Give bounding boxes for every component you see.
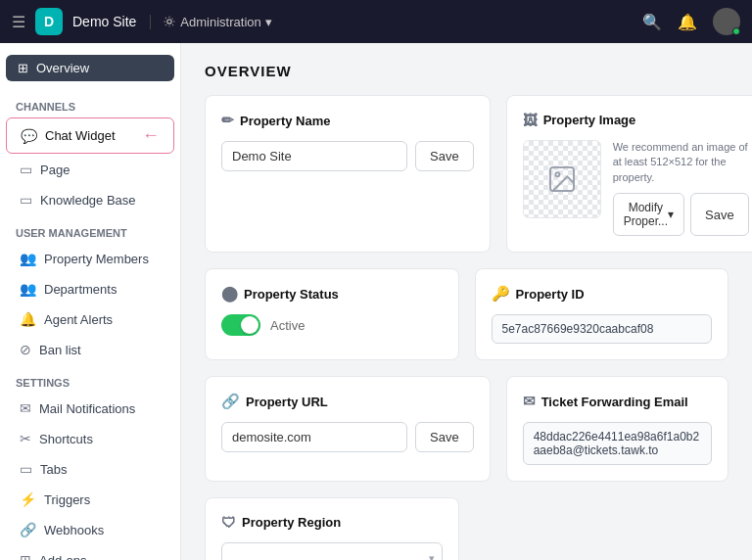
property-name-input[interactable] bbox=[221, 141, 407, 171]
shortcuts-icon: ✂ bbox=[20, 431, 31, 446]
search-icon[interactable]: 🔍 bbox=[642, 13, 662, 31]
property-image-save-button[interactable]: Save bbox=[690, 193, 749, 236]
property-image-card: 🖼 Property Image We recommend an image o… bbox=[506, 95, 752, 253]
sidebar-item-chat-widget[interactable]: 💬 Chat Widget ← bbox=[6, 117, 174, 154]
sidebar: ⊞ Overview Channels 💬 Chat Widget ← ▭ Pa… bbox=[0, 43, 181, 560]
property-url-save-button[interactable]: Save bbox=[415, 422, 474, 452]
sidebar-item-overview[interactable]: ⊞ Overview bbox=[6, 55, 174, 81]
sidebar-item-knowledge-base-label: Knowledge Base bbox=[40, 193, 136, 208]
svg-point-2 bbox=[555, 172, 559, 176]
property-region-card: 🛡 Property Region ▾ bbox=[205, 497, 459, 560]
main-content: OVERVIEW ✏ Property Name Save 🖼 Property… bbox=[181, 43, 752, 560]
admin-menu[interactable]: Administration ▾ bbox=[150, 15, 271, 29]
property-region-select[interactable] bbox=[221, 542, 443, 560]
nav-icons: 🔍 🔔 bbox=[642, 8, 740, 35]
agent-alerts-icon: 🔔 bbox=[20, 311, 36, 327]
ticket-forwarding-card: ✉ Ticket Forwarding Email 48ddac226e4411… bbox=[506, 376, 728, 482]
sidebar-item-property-members[interactable]: 👥 Property Members bbox=[6, 244, 174, 273]
property-id-title: 🔑 Property ID bbox=[492, 285, 713, 303]
status-toggle[interactable] bbox=[221, 314, 260, 336]
sidebar-item-shortcuts[interactable]: ✂ Shortcuts bbox=[6, 424, 174, 453]
user-management-section-label: User Management bbox=[0, 215, 180, 243]
property-region-title: 🛡 Property Region bbox=[221, 514, 443, 531]
overview-icon: ⊞ bbox=[18, 61, 28, 75]
sidebar-item-page-label: Page bbox=[40, 163, 70, 177]
mail-icon: ✉ bbox=[20, 400, 31, 416]
sidebar-item-page[interactable]: ▭ Page bbox=[6, 155, 174, 184]
sidebar-item-ban-list[interactable]: ⊘ Ban list bbox=[6, 335, 174, 364]
sidebar-item-webhooks[interactable]: 🔗 Webhooks bbox=[6, 515, 174, 544]
site-name: Demo Site bbox=[72, 14, 136, 29]
add-ons-icon: ⊞ bbox=[20, 552, 31, 560]
online-status-dot bbox=[732, 27, 740, 35]
sidebar-item-departments-label: Departments bbox=[44, 282, 117, 297]
property-id-card: 🔑 Property ID 5e7ac87669e9320caabcaf08 bbox=[475, 268, 729, 360]
top-navigation: ☰ D Demo Site Administration ▾ 🔍 🔔 bbox=[0, 0, 752, 43]
property-name-card: ✏ Property Name Save bbox=[205, 95, 491, 253]
property-url-input[interactable] bbox=[221, 422, 407, 452]
chat-widget-icon: 💬 bbox=[21, 128, 37, 144]
ban-list-icon: ⊘ bbox=[20, 342, 31, 357]
property-image-title: 🖼 Property Image bbox=[523, 112, 749, 128]
sidebar-item-property-members-label: Property Members bbox=[44, 252, 149, 266]
sidebar-item-triggers-label: Triggers bbox=[44, 492, 90, 507]
image-icon: 🖼 bbox=[523, 112, 538, 128]
ticket-forwarding-title: ✉ Ticket Forwarding Email bbox=[523, 393, 712, 410]
image-placeholder-icon bbox=[546, 163, 578, 195]
status-toggle-row: Active bbox=[221, 314, 443, 336]
property-url-title: 🔗 Property URL bbox=[221, 393, 474, 410]
sidebar-item-shortcuts-label: Shortcuts bbox=[39, 432, 93, 446]
modify-button-row: Modify Proper... ▾ Save bbox=[613, 193, 749, 236]
page-title: OVERVIEW bbox=[205, 63, 728, 79]
toggle-knob bbox=[241, 316, 258, 334]
sidebar-item-ban-list-label: Ban list bbox=[39, 343, 81, 357]
id-icon: 🔑 bbox=[492, 285, 510, 303]
sidebar-item-agent-alerts[interactable]: 🔔 Agent Alerts bbox=[6, 304, 174, 334]
property-members-icon: 👥 bbox=[20, 251, 36, 266]
status-label: Active bbox=[270, 318, 305, 333]
sidebar-item-tabs-label: Tabs bbox=[40, 462, 67, 477]
webhooks-icon: 🔗 bbox=[20, 522, 36, 537]
url-icon: 🔗 bbox=[221, 393, 240, 410]
sidebar-item-add-ons[interactable]: ⊞ Add-ons bbox=[6, 545, 174, 560]
property-image-right: We recommend an image of at least 512×51… bbox=[613, 140, 749, 236]
region-icon: 🛡 bbox=[221, 514, 236, 531]
sidebar-item-triggers[interactable]: ⚡ Triggers bbox=[6, 485, 174, 514]
site-logo: D bbox=[35, 8, 63, 35]
modify-chevron-icon: ▾ bbox=[668, 208, 674, 221]
property-name-input-row: Save bbox=[221, 141, 474, 171]
property-name-title: ✏ Property Name bbox=[221, 112, 474, 129]
overview-label: Overview bbox=[36, 61, 89, 75]
settings-section-label: Settings bbox=[0, 365, 180, 393]
ticket-forwarding-email: 48ddac226e4411ea98a6f1a0b2aaeb8a@tickets… bbox=[523, 422, 712, 465]
sidebar-item-agent-alerts-label: Agent Alerts bbox=[44, 312, 113, 327]
channels-section-label: Channels bbox=[0, 89, 180, 117]
hamburger-menu[interactable]: ☰ bbox=[12, 13, 25, 31]
sidebar-item-chat-widget-label: Chat Widget bbox=[45, 128, 116, 143]
tabs-icon: ▭ bbox=[20, 461, 32, 477]
property-image-thumbnail bbox=[523, 140, 601, 218]
modify-property-button[interactable]: Modify Proper... ▾ bbox=[613, 193, 684, 236]
svg-point-0 bbox=[167, 20, 171, 23]
sidebar-item-mail-notifications[interactable]: ✉ Mail Notifications bbox=[6, 394, 174, 423]
sidebar-item-departments[interactable]: 👥 Departments bbox=[6, 274, 174, 303]
sidebar-item-tabs[interactable]: ▭ Tabs bbox=[6, 454, 174, 484]
property-status-title: ⬤ Property Status bbox=[221, 285, 443, 303]
property-status-card: ⬤ Property Status Active bbox=[205, 268, 459, 360]
avatar[interactable] bbox=[713, 8, 740, 35]
status-icon: ⬤ bbox=[221, 285, 238, 303]
departments-icon: 👥 bbox=[20, 281, 36, 297]
property-region-select-wrap: ▾ bbox=[221, 542, 443, 560]
property-url-card: 🔗 Property URL Save bbox=[205, 376, 491, 482]
active-arrow: ← bbox=[142, 125, 160, 146]
page-icon: ▭ bbox=[20, 162, 32, 177]
sidebar-item-add-ons-label: Add-ons bbox=[39, 553, 86, 561]
sidebar-item-knowledge-base[interactable]: ▭ Knowledge Base bbox=[6, 185, 174, 214]
gear-icon bbox=[163, 15, 176, 28]
property-id-value: 5e7ac87669e9320caabcaf08 bbox=[492, 314, 713, 344]
property-name-save-button[interactable]: Save bbox=[415, 141, 474, 171]
property-image-inner: We recommend an image of at least 512×51… bbox=[523, 140, 749, 236]
bell-icon[interactable]: 🔔 bbox=[678, 13, 697, 31]
property-url-input-row: Save bbox=[221, 422, 474, 452]
app-layout: ⊞ Overview Channels 💬 Chat Widget ← ▭ Pa… bbox=[0, 43, 752, 560]
